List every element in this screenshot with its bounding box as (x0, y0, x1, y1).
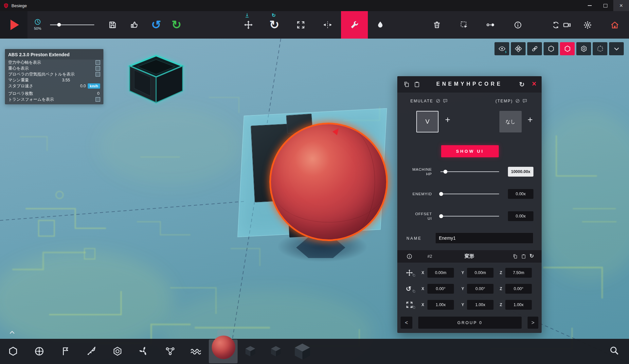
link-visibility-toggle[interactable] (527, 42, 542, 55)
block-info-button[interactable] (509, 11, 527, 39)
block-thumb-cube-1[interactable] (244, 345, 257, 358)
rotate-tool-button[interactable]: ↻ (265, 11, 283, 39)
save-machine-button[interactable] (103, 11, 122, 39)
no-emulate-icon[interactable] (515, 98, 520, 103)
offset-ui-slider[interactable] (440, 216, 499, 217)
category-armor-icon[interactable] (112, 346, 123, 356)
block-ghost-toggle[interactable] (593, 42, 607, 55)
collapse-toggle-strip-button[interactable] (609, 42, 624, 55)
category-wheels-icon[interactable] (34, 346, 45, 356)
rotation-row: ↺ X 0.00° Y 0.00° Z 0.00° (397, 284, 542, 294)
settings-button[interactable] (578, 11, 597, 39)
translate-tool-button[interactable] (239, 11, 258, 39)
add-temp-key-button[interactable]: + (528, 115, 533, 124)
load-machine-button[interactable] (125, 11, 144, 39)
collapse-block-bar-chevron-icon[interactable] (9, 329, 16, 336)
category-water-icon[interactable] (190, 346, 201, 356)
offset-ui-slider-handle[interactable] (439, 214, 443, 218)
redo-button[interactable]: ↻ (167, 11, 186, 39)
copy-rotation-icon[interactable] (412, 289, 416, 293)
modify-tool-button-active[interactable] (341, 11, 368, 39)
undo-button[interactable]: ↺ (147, 11, 165, 39)
machine-hp-value[interactable]: 10000.00x (508, 167, 533, 177)
position-z-field[interactable]: 7.50m (505, 268, 532, 278)
drag-vector-checkbox[interactable] (96, 72, 100, 77)
simulation-speed-clock-icon (34, 18, 41, 26)
enemy-id-value[interactable]: 0.00x (508, 189, 533, 199)
temp-keybind-box[interactable]: なし (499, 111, 522, 132)
starting-block[interactable] (128, 54, 185, 105)
abs-label: スタプロ速さ (8, 83, 33, 89)
scale-x-field[interactable]: 1.00x (427, 300, 454, 310)
abs-label: 重心を表示 (8, 66, 29, 71)
previous-group-button[interactable]: < (401, 317, 412, 329)
category-weapons-icon[interactable] (86, 346, 97, 356)
rotation-x-field[interactable]: 0.00° (427, 284, 454, 294)
simulate-play-button[interactable] (0, 11, 27, 39)
enemy-hp-core-sphere-selected[interactable] (269, 123, 388, 241)
skin-visibility-toggle[interactable] (494, 42, 509, 55)
rotation-z-field[interactable]: 0.00° (505, 284, 532, 294)
reset-settings-icon[interactable]: ↻ (519, 80, 525, 88)
category-flight-icon[interactable] (138, 346, 149, 356)
paint-tool-button[interactable] (371, 11, 389, 39)
copy-transform-icon[interactable] (512, 254, 518, 259)
block-inner-toggle[interactable] (576, 42, 591, 55)
minimize-icon (588, 5, 592, 6)
enemy-id-slider-row: ENEMYID 0.00x (397, 187, 542, 200)
show-ui-button[interactable]: SHOW UI (441, 145, 499, 157)
machine-hp-slider[interactable] (440, 171, 499, 172)
enemy-name-input[interactable] (435, 233, 533, 244)
emulate-keybind-box[interactable]: V (416, 111, 439, 132)
scale-tool-button[interactable] (292, 11, 310, 39)
grid-layers-toggle[interactable] (511, 42, 526, 55)
paste-transform-icon[interactable] (521, 254, 526, 259)
close-button[interactable]: × (613, 0, 629, 11)
add-emulate-key-button[interactable]: + (445, 115, 450, 124)
maximize-button[interactable] (598, 0, 613, 11)
abs-row-transform: トランスフォームを表示 (5, 96, 103, 104)
area-select-tool-button[interactable] (455, 11, 473, 39)
speed-unit-button[interactable]: km/h (88, 83, 100, 89)
simulation-speed-slider[interactable] (50, 25, 94, 25)
mirror-tool-button[interactable] (318, 11, 337, 39)
delete-tool-button[interactable] (428, 11, 446, 39)
transform-display-checkbox[interactable] (96, 97, 100, 102)
machine-hp-slider-handle[interactable] (443, 170, 447, 174)
category-logic-icon[interactable] (165, 346, 175, 356)
reset-transform-icon[interactable]: ↻ (530, 253, 534, 259)
block-search-icon[interactable] (609, 346, 619, 355)
copy-position-icon[interactable] (412, 273, 416, 277)
center-of-mass-checkbox[interactable] (96, 66, 100, 71)
scale-y-field[interactable]: 1.00x (467, 300, 494, 310)
position-y-field[interactable]: 0.00m (467, 268, 494, 278)
no-emulate-icon[interactable] (436, 98, 440, 103)
position-x-field[interactable]: 0.00m (427, 268, 454, 278)
rotation-y-field[interactable]: 0.00° (467, 284, 494, 294)
keybind-chat-icon[interactable] (522, 98, 527, 103)
titlebar: Besiege × (0, 0, 629, 11)
keybind-chat-icon[interactable] (443, 98, 448, 103)
enemy-id-slider-handle[interactable] (439, 192, 443, 196)
category-blocks-icon[interactable] (8, 346, 18, 356)
clone-tool-button[interactable] (481, 11, 499, 39)
simulation-speed-slider-handle[interactable] (57, 23, 61, 26)
group-select-button[interactable]: GROUP 0 (418, 317, 522, 329)
main-menu-button[interactable] (605, 11, 624, 39)
category-poles-icon[interactable] (60, 346, 70, 356)
enemy-id-slider[interactable] (440, 194, 499, 194)
block-thumb-cube-2[interactable] (269, 345, 282, 358)
minimize-button[interactable] (582, 0, 598, 11)
block-thumb-enemy-core-sphere[interactable] (212, 336, 235, 359)
offset-ui-value[interactable]: 0.00x (508, 211, 533, 221)
panel-close-icon[interactable]: × (532, 79, 536, 88)
block-highlight-toggle-active[interactable] (560, 42, 575, 55)
block-thumb-cube-3[interactable] (292, 341, 313, 362)
block-outline-toggle[interactable] (544, 42, 558, 55)
aero-axis-checkbox[interactable] (96, 60, 100, 65)
multiverse-button[interactable] (543, 11, 579, 39)
scale-z-field[interactable]: 1.00x (505, 300, 532, 310)
copy-scale-icon[interactable] (412, 305, 416, 309)
build-viewport[interactable]: ABS 2.3.0 Preston Extended 空力中心軸を表示 重心を表… (0, 39, 629, 364)
next-group-button[interactable]: > (528, 317, 538, 329)
